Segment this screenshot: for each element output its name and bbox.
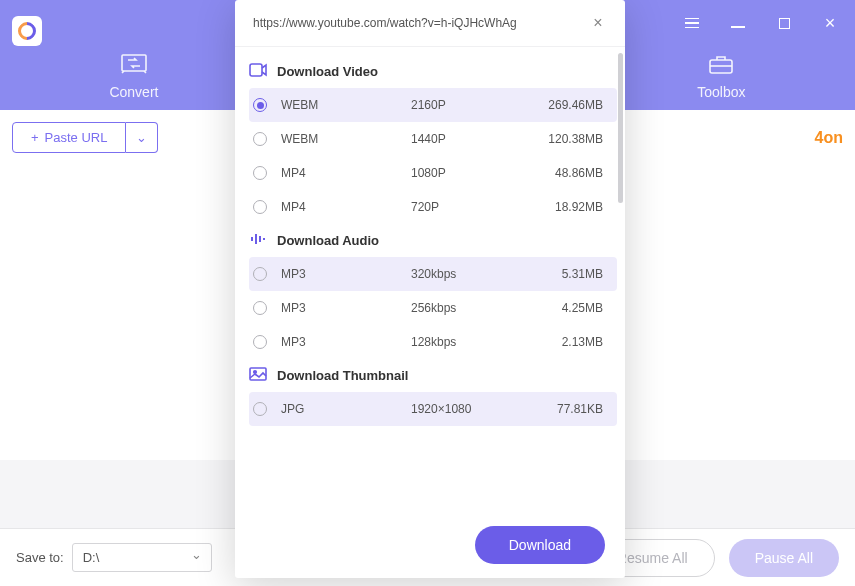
svg-point-8 — [254, 371, 257, 374]
option-quality: 128kbps — [411, 335, 562, 349]
paste-url-group: + Paste URL ⌄ — [12, 122, 158, 153]
section-title: Download Thumbnail — [277, 368, 408, 383]
radio-icon — [253, 301, 267, 315]
option-format: MP3 — [281, 301, 411, 315]
radio-icon — [253, 335, 267, 349]
option-format: JPG — [281, 402, 411, 416]
footer-actions: Resume All Pause All — [590, 539, 839, 577]
radio-icon — [253, 200, 267, 214]
svg-rect-0 — [122, 55, 146, 71]
option-quality: 320kbps — [411, 267, 562, 281]
svg-rect-6 — [263, 238, 265, 240]
audio-icon — [249, 232, 267, 249]
section-header: Download Thumbnail — [249, 359, 617, 392]
download-option-row[interactable]: MP3 320kbps 5.31MB — [249, 257, 617, 291]
tab-label: Convert — [109, 84, 158, 100]
download-options-modal: https://www.youtube.com/watch?v=h-iQJHcW… — [235, 0, 625, 578]
plus-icon: + — [31, 130, 39, 145]
radio-icon — [253, 132, 267, 146]
chevron-down-icon: ⌄ — [136, 130, 147, 145]
option-format: WEBM — [281, 98, 411, 112]
radio-icon — [253, 98, 267, 112]
convert-icon — [120, 52, 148, 76]
save-to-group: Save to: D:\ — [16, 543, 212, 572]
modal-header: https://www.youtube.com/watch?v=h-iQJHcW… — [235, 0, 625, 47]
download-button[interactable]: Download — [475, 526, 605, 564]
tab-label: Toolbox — [697, 84, 745, 100]
modal-footer: Download — [235, 512, 625, 578]
option-size: 2.13MB — [562, 335, 603, 349]
option-quality: 1440P — [411, 132, 548, 146]
radio-icon — [253, 267, 267, 281]
section-title: Download Video — [277, 64, 378, 79]
modal-url: https://www.youtube.com/watch?v=h-iQJHcW… — [253, 16, 579, 30]
download-option-row[interactable]: WEBM 2160P 269.46MB — [249, 88, 617, 122]
brand-badge: 4on — [815, 129, 843, 147]
tab-toolbox[interactable]: Toolbox — [697, 52, 745, 100]
option-size: 77.81KB — [557, 402, 603, 416]
download-option-row[interactable]: WEBM 1440P 120.38MB — [249, 122, 617, 156]
svg-rect-4 — [255, 234, 257, 244]
download-option-row[interactable]: MP4 720P 18.92MB — [249, 190, 617, 224]
paste-url-label: Paste URL — [45, 130, 108, 145]
tab-convert[interactable]: Convert — [109, 52, 158, 100]
section-header: Download Audio — [249, 224, 617, 257]
download-option-row[interactable]: MP3 128kbps 2.13MB — [249, 325, 617, 359]
option-quality: 2160P — [411, 98, 548, 112]
scrollbar[interactable] — [618, 53, 623, 203]
section-header: Download Video — [249, 55, 617, 88]
option-format: MP4 — [281, 166, 411, 180]
option-format: WEBM — [281, 132, 411, 146]
option-format: MP4 — [281, 200, 411, 214]
option-quality: 1920×1080 — [411, 402, 557, 416]
radio-icon — [253, 402, 267, 416]
section-title: Download Audio — [277, 233, 379, 248]
modal-body: Download Video WEBM 2160P 269.46MB WEBM … — [235, 47, 625, 512]
radio-icon — [253, 166, 267, 180]
close-icon[interactable]: × — [821, 14, 839, 32]
save-to-select[interactable]: D:\ — [72, 543, 212, 572]
pause-all-button[interactable]: Pause All — [729, 539, 839, 577]
option-quality: 256kbps — [411, 301, 562, 315]
svg-rect-5 — [259, 236, 261, 242]
svg-rect-3 — [251, 237, 253, 241]
menu-icon[interactable] — [683, 14, 701, 32]
option-size: 4.25MB — [562, 301, 603, 315]
option-size: 18.92MB — [555, 200, 603, 214]
video-icon — [249, 63, 267, 80]
minimize-icon[interactable] — [729, 14, 747, 32]
image-icon — [249, 367, 267, 384]
option-format: MP3 — [281, 267, 411, 281]
window-controls: × — [683, 14, 839, 32]
app-logo — [12, 16, 42, 46]
option-size: 5.31MB — [562, 267, 603, 281]
svg-rect-2 — [250, 64, 262, 76]
download-option-row[interactable]: MP3 256kbps 4.25MB — [249, 291, 617, 325]
maximize-icon[interactable] — [775, 14, 793, 32]
option-size: 120.38MB — [548, 132, 603, 146]
close-icon[interactable]: × — [589, 14, 607, 32]
paste-url-button[interactable]: + Paste URL — [12, 122, 126, 153]
option-quality: 720P — [411, 200, 555, 214]
option-format: MP3 — [281, 335, 411, 349]
paste-url-dropdown[interactable]: ⌄ — [126, 122, 158, 153]
option-size: 269.46MB — [548, 98, 603, 112]
option-quality: 1080P — [411, 166, 555, 180]
download-option-row[interactable]: MP4 1080P 48.86MB — [249, 156, 617, 190]
download-option-row[interactable]: JPG 1920×1080 77.81KB — [249, 392, 617, 426]
option-size: 48.86MB — [555, 166, 603, 180]
toolbox-icon — [707, 52, 735, 76]
save-to-label: Save to: — [16, 550, 64, 565]
